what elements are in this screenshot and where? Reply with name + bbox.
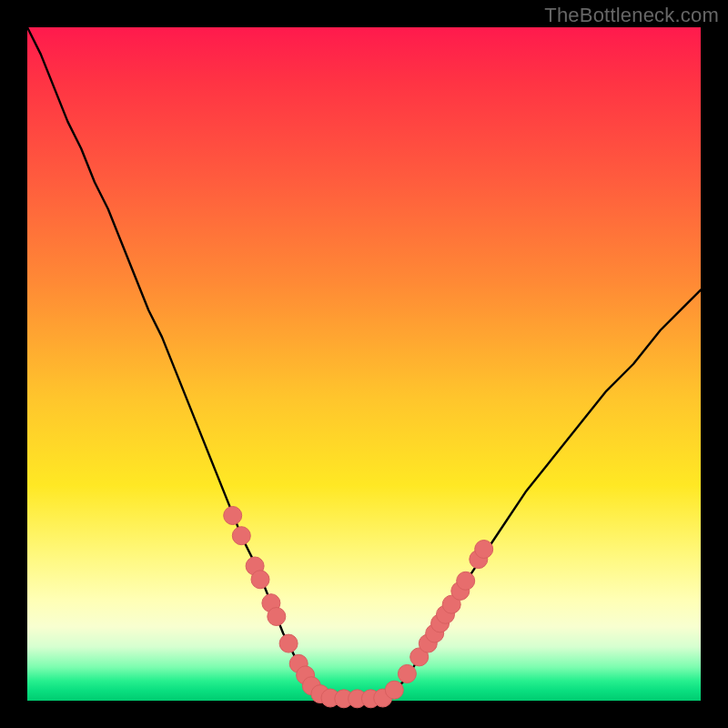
data-point-marker <box>475 541 493 559</box>
outer-frame: TheBottleneck.com <box>0 0 728 728</box>
data-point-marker <box>251 571 269 589</box>
data-point-marker <box>268 608 286 626</box>
data-point-marker <box>279 634 298 652</box>
data-point-marker <box>232 527 250 545</box>
plot-area <box>27 27 701 701</box>
data-point-marker <box>398 664 416 682</box>
data-point-marker <box>224 507 242 525</box>
chart-svg <box>27 27 701 701</box>
watermark-text: TheBottleneck.com <box>544 4 719 27</box>
bottleneck-curve <box>27 27 701 701</box>
data-point-marker <box>457 571 475 590</box>
marker-group <box>224 507 493 708</box>
data-point-marker <box>385 681 403 699</box>
